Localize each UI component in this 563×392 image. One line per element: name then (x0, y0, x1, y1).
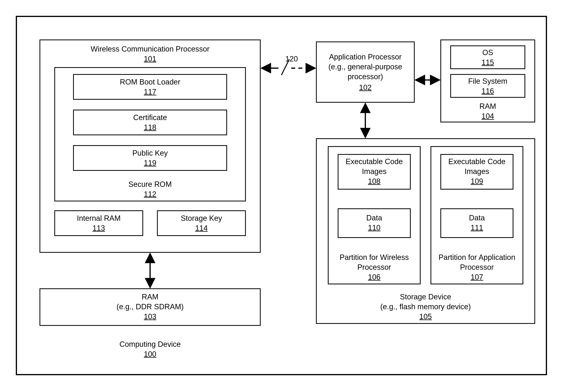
ram-103-line1: RAM (39, 292, 261, 302)
os-title: OS (450, 48, 525, 57)
public-key-ref: 119 (73, 158, 227, 168)
public-key-title: Public Key (73, 149, 227, 158)
partition-wireless-title-l2: Processor (328, 263, 421, 272)
app-processor-ref: 102 (316, 83, 415, 92)
internal-ram-title: Internal RAM (54, 214, 143, 223)
exec-108-l2: Images (338, 167, 411, 176)
wcp-title: Wireless Communication Processor (39, 44, 261, 54)
storage-device-line2: (e.g., flash memory device) (316, 302, 535, 312)
exec-108-l1: Executable Code (338, 157, 411, 166)
secure-rom-title: Secure ROM (54, 180, 246, 189)
app-processor-line2: (e.g., general-purpose (316, 62, 415, 72)
ram-103-line2: (e.g., DDR SDRAM) (39, 302, 261, 312)
fs-ref: 116 (450, 87, 525, 96)
storage-key-ref: 114 (157, 224, 246, 233)
rom-boot-loader-title: ROM Boot Loader (73, 77, 227, 87)
storage-device-line1: Storage Device (316, 292, 535, 302)
storage-key-title: Storage Key (157, 214, 246, 223)
partition-app-title-l2: Processor (431, 263, 523, 272)
app-processor-line3: processor) (316, 72, 415, 82)
wcp-ref: 101 (39, 54, 261, 64)
partition-app-ref: 107 (431, 273, 523, 282)
link-120-label: 120 (285, 54, 305, 64)
ram-103-ref: 103 (39, 312, 261, 321)
data-110-title: Data (338, 213, 411, 223)
ram-104-ref: 104 (440, 112, 535, 121)
os-ref: 115 (450, 58, 525, 67)
storage-device-ref: 105 (316, 312, 535, 321)
data-111-title: Data (440, 213, 513, 223)
exec-108-ref: 108 (338, 177, 411, 186)
fs-title: File System (450, 77, 525, 86)
computing-device-title: Computing Device (39, 340, 261, 349)
app-processor-line1: Application Processor (316, 52, 415, 62)
partition-wireless-ref: 106 (328, 273, 421, 282)
partition-app-title-l1: Partition for Application (431, 253, 523, 262)
ram-104-title: RAM (440, 102, 535, 111)
internal-ram-ref: 113 (54, 224, 143, 233)
computing-device-ref: 100 (39, 350, 261, 359)
certificate-title: Certificate (73, 113, 227, 122)
certificate-ref: 118 (73, 123, 227, 132)
data-110-ref: 110 (338, 223, 411, 233)
exec-109-l1: Executable Code (440, 157, 513, 166)
rom-boot-loader-ref: 117 (73, 87, 227, 97)
exec-109-l2: Images (440, 167, 513, 176)
data-111-ref: 111 (440, 223, 513, 233)
exec-109-ref: 109 (440, 177, 513, 186)
diagram-canvas: Wireless Communication Processor 101 Sec… (0, 0, 563, 392)
partition-wireless-title-l1: Partition for Wireless (328, 253, 421, 262)
secure-rom-ref: 112 (54, 190, 246, 199)
